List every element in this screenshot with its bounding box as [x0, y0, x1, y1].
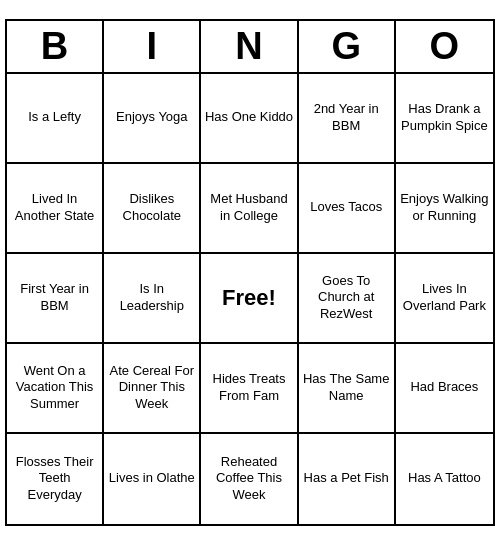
bingo-cell-7[interactable]: Met Husband in College [201, 164, 298, 254]
bingo-grid: Is a LeftyEnjoys YogaHas One Kiddo2nd Ye… [7, 74, 493, 524]
bingo-cell-24[interactable]: Has A Tattoo [396, 434, 493, 524]
bingo-cell-14[interactable]: Lives In Overland Park [396, 254, 493, 344]
bingo-cell-11[interactable]: Is In Leadership [104, 254, 201, 344]
bingo-cell-6[interactable]: Dislikes Chocolate [104, 164, 201, 254]
bingo-cell-9[interactable]: Enjoys Walking or Running [396, 164, 493, 254]
bingo-cell-19[interactable]: Had Braces [396, 344, 493, 434]
bingo-cell-15[interactable]: Went On a Vacation This Summer [7, 344, 104, 434]
bingo-cell-18[interactable]: Has The Same Name [299, 344, 396, 434]
bingo-cell-3[interactable]: 2nd Year in BBM [299, 74, 396, 164]
bingo-cell-12[interactable]: Free! [201, 254, 298, 344]
bingo-cell-22[interactable]: Reheated Coffee This Week [201, 434, 298, 524]
bingo-card: B I N G O Is a LeftyEnjoys YogaHas One K… [5, 19, 495, 526]
bingo-cell-13[interactable]: Goes To Church at RezWest [299, 254, 396, 344]
bingo-cell-16[interactable]: Ate Cereal For Dinner This Week [104, 344, 201, 434]
header-g: G [299, 21, 396, 72]
bingo-cell-2[interactable]: Has One Kiddo [201, 74, 298, 164]
bingo-cell-21[interactable]: Lives in Olathe [104, 434, 201, 524]
bingo-cell-4[interactable]: Has Drank a Pumpkin Spice [396, 74, 493, 164]
header-i: I [104, 21, 201, 72]
bingo-cell-5[interactable]: Lived In Another State [7, 164, 104, 254]
bingo-cell-8[interactable]: Loves Tacos [299, 164, 396, 254]
header-o: O [396, 21, 493, 72]
header-b: B [7, 21, 104, 72]
bingo-cell-0[interactable]: Is a Lefty [7, 74, 104, 164]
header-n: N [201, 21, 298, 72]
bingo-cell-23[interactable]: Has a Pet Fish [299, 434, 396, 524]
bingo-cell-17[interactable]: Hides Treats From Fam [201, 344, 298, 434]
bingo-header: B I N G O [7, 21, 493, 74]
bingo-cell-20[interactable]: Flosses Their Teeth Everyday [7, 434, 104, 524]
bingo-cell-10[interactable]: First Year in BBM [7, 254, 104, 344]
bingo-cell-1[interactable]: Enjoys Yoga [104, 74, 201, 164]
